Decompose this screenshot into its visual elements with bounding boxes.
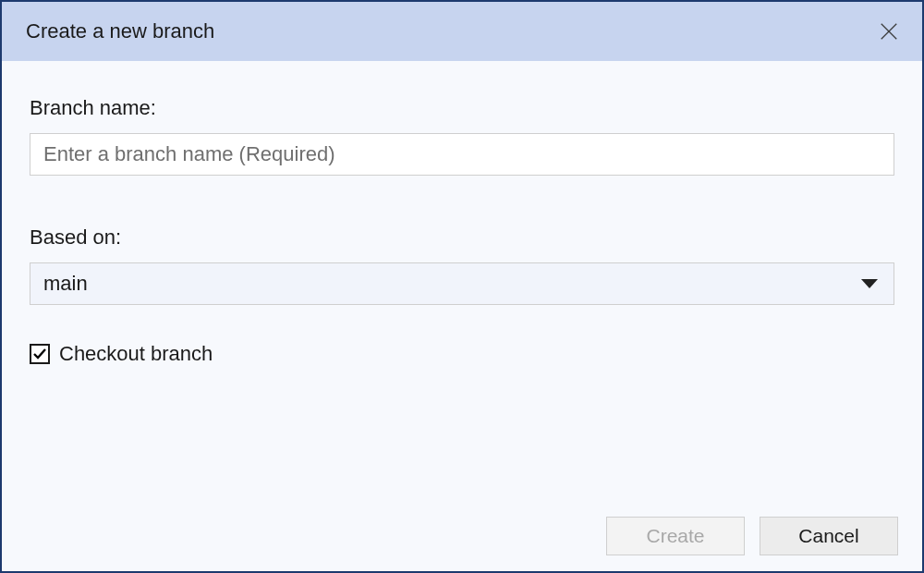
branch-name-input[interactable]	[30, 133, 894, 176]
based-on-select[interactable]: main	[30, 262, 894, 305]
titlebar: Create a new branch	[2, 2, 922, 61]
dialog-title: Create a new branch	[26, 19, 214, 43]
dialog-body: Branch name: Based on: main Checkout bra…	[2, 61, 922, 501]
dialog-footer: Create Cancel	[2, 501, 922, 571]
branch-name-label: Branch name:	[30, 96, 894, 120]
close-icon[interactable]	[876, 18, 902, 44]
cancel-button[interactable]: Cancel	[760, 517, 898, 555]
checkout-branch-label: Checkout branch	[59, 342, 213, 366]
create-button[interactable]: Create	[606, 517, 745, 555]
based-on-value: main	[43, 272, 88, 296]
checkout-branch-checkbox[interactable]	[30, 344, 50, 364]
based-on-label: Based on:	[30, 226, 894, 250]
create-branch-dialog: Create a new branch Branch name: Based o…	[0, 0, 924, 573]
checkout-branch-row: Checkout branch	[30, 342, 894, 366]
